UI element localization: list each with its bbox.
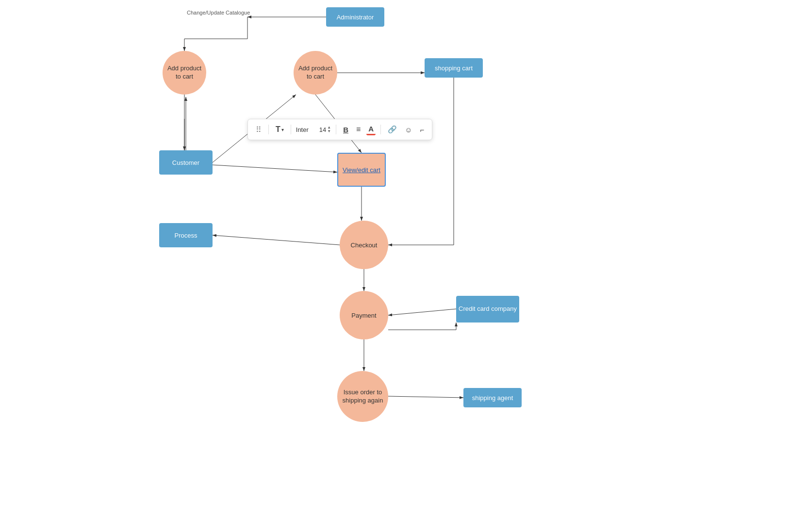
svg-text:Change/Update Catalogue: Change/Update Catalogue [187,10,250,16]
diagram-canvas: Change/Update Catalogue [0,0,806,532]
issue-order-node[interactable]: Issue order to shipping again [337,371,388,422]
align-icon: ≡ [356,125,361,134]
align-button[interactable]: ≡ [354,124,362,135]
separator-3 [336,125,336,134]
customer-node[interactable]: Customer [159,150,213,175]
font-size-down-icon[interactable]: ▼ [327,129,331,133]
bold-button[interactable]: B [341,125,350,135]
tag-icon: ⌐ [420,126,425,134]
chevron-down-icon: ▾ [281,127,284,132]
tag-button[interactable]: ⌐ [418,125,427,135]
arrows-svg: Change/Update Catalogue [0,0,806,532]
drag-icon: ⠿ [256,125,262,134]
emoji-button[interactable]: ☺ [403,125,414,135]
process-node[interactable]: Process [159,223,213,247]
bold-icon: B [343,126,348,134]
font-size-value: 14 [319,126,326,133]
svg-line-22 [388,396,463,398]
text-color-button[interactable]: A [366,124,376,135]
svg-line-13 [213,165,337,172]
credit-card-company-node[interactable]: Credit card company [456,296,519,322]
text-color-icon: A [368,125,374,133]
text-formatting-toolbar: ⠿ T ▾ Inter 14 ▲ ▼ B ≡ A 🔗 [247,119,432,140]
payment-node[interactable]: Payment [340,291,388,339]
link-button[interactable]: 🔗 [386,124,399,135]
svg-line-16 [213,235,340,245]
text-icon: T [276,125,280,134]
text-type-button[interactable]: T ▾ [274,124,286,135]
emoji-icon: ☺ [405,126,412,134]
drag-handle[interactable]: ⠿ [254,124,263,135]
shopping-cart-node[interactable]: shopping cart [425,58,483,78]
add-product-cart-left-node[interactable]: Add product to cart [163,51,206,95]
font-family-label: Inter [296,126,315,133]
font-size-arrows[interactable]: ▲ ▼ [327,126,331,133]
view-edit-cart-node[interactable]: View/edit cart [337,153,386,187]
separator-4 [380,125,381,134]
link-icon: 🔗 [388,125,397,134]
font-size-control[interactable]: 14 ▲ ▼ [319,126,331,133]
separator-2 [291,125,291,134]
shipping-agent-node[interactable]: shipping agent [463,388,522,407]
add-product-cart-right-node[interactable]: Add product to cart [294,51,337,95]
administrator-node[interactable]: Administrator [326,7,384,27]
svg-line-18 [388,309,456,315]
checkout-node[interactable]: Checkout [340,221,388,269]
separator-1 [268,125,269,134]
